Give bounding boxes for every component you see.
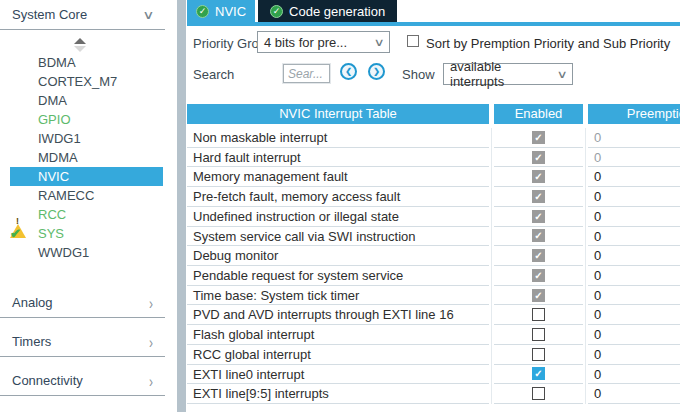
sidebar-item-iwdg1[interactable]: IWDG1 (0, 129, 177, 148)
chevron-down-icon: ∨ (373, 36, 384, 49)
enabled-checkbox[interactable] (532, 249, 545, 262)
enabled-checkbox[interactable] (532, 387, 545, 400)
sidebar-category-connectivity[interactable]: Connectivity › (0, 357, 165, 396)
preemption-priority-value[interactable]: 0 (588, 384, 680, 404)
enabled-checkbox[interactable] (532, 151, 545, 164)
category-label: Timers (12, 334, 51, 349)
nvic-interrupt-table: NVIC Interrupt Table Enabled Preemption … (187, 104, 680, 124)
table-row: Non maskable interrupt 0 (187, 128, 680, 148)
interrupt-name: Non maskable interrupt (187, 128, 489, 148)
enabled-checkbox[interactable] (532, 229, 545, 242)
preemption-priority-value[interactable]: 0 (588, 266, 680, 286)
mode-tabbar: ✓ NVIC ✓ Code generation (187, 0, 680, 22)
table-row: EXTI line[9:5] interrupts 0 (187, 384, 680, 404)
category-label: Analog (12, 295, 52, 310)
check-icon: ✔ (10, 226, 28, 241)
table-row: Pendable request for system service 0 (187, 266, 680, 286)
triangle-up-icon (74, 38, 86, 44)
enabled-checkbox[interactable] (532, 131, 545, 144)
tab-underline (187, 22, 680, 26)
sidebar-item-label: NVIC (38, 169, 69, 184)
search-input[interactable] (283, 64, 330, 83)
enabled-checkbox[interactable] (532, 170, 545, 183)
interrupt-name: EXTI line0 interrupt (187, 365, 489, 385)
enabled-checkbox[interactable] (532, 308, 545, 321)
sidebar-item-cortex-m7[interactable]: CORTEX_M7 (0, 72, 177, 91)
table-body: Non maskable interrupt 0 Hard fault inte… (187, 128, 680, 404)
peripheral-sidebar: System Core ∨ BDMA CORTEX_M7 DMA GPIO IW… (0, 0, 177, 412)
tab-nvic[interactable]: ✓ NVIC (187, 0, 255, 22)
chevron-left-icon: ❮ (345, 67, 352, 76)
sidebar-item-nvic[interactable]: NVIC (10, 167, 163, 186)
priority-group-select[interactable]: 4 bits for pre... ∨ (257, 31, 390, 53)
warning-icon (10, 207, 28, 222)
preemption-priority-value[interactable]: 0 (588, 286, 680, 306)
sidebar-category-system-core[interactable]: System Core ∨ (0, 0, 165, 30)
sidebar-item-label: SYS (38, 226, 64, 241)
sidebar-item-label: RCC (38, 207, 66, 222)
nvic-config-panel: ✓ NVIC ✓ Code generation Priority Group … (187, 0, 680, 412)
sidebar-item-sys[interactable]: ✔ SYS (0, 224, 177, 243)
preemption-priority-value[interactable]: 0 (588, 246, 680, 266)
enabled-checkbox[interactable] (532, 328, 545, 341)
sidebar-item-label: DMA (38, 93, 67, 108)
tab-check-icon: ✓ (196, 5, 209, 18)
table-row: EXTI line0 interrupt 0 (187, 365, 680, 385)
preemption-priority-value[interactable]: 0 (588, 305, 680, 325)
sidebar-item-dma[interactable]: DMA (0, 91, 177, 110)
sidebar-item-rcc[interactable]: RCC (0, 205, 177, 224)
preemption-priority-value[interactable]: 0 (588, 148, 680, 168)
preemption-priority-value[interactable]: 0 (588, 345, 680, 365)
tab-code-generation[interactable]: ✓ Code generation (258, 0, 397, 22)
sidebar-item-ramecc[interactable]: RAMECC (0, 186, 177, 205)
list-scroll-spinner[interactable] (74, 38, 88, 52)
sort-priority-checkbox[interactable] (407, 35, 419, 47)
chevron-down-icon: ∨ (556, 68, 567, 81)
sidebar-category-analog[interactable]: Analog › (0, 279, 165, 318)
preemption-priority-value[interactable]: 0 (588, 365, 680, 385)
preemption-priority-value[interactable]: 0 (588, 325, 680, 345)
peripheral-list: BDMA CORTEX_M7 DMA GPIO IWDG1 MDMA NVIC … (0, 53, 177, 262)
sidebar-item-bdma[interactable]: BDMA (0, 53, 177, 72)
interrupt-name: Pre-fetch fault, memory access fault (187, 187, 489, 207)
preemption-priority-value[interactable]: 0 (588, 207, 680, 227)
tab-label: NVIC (215, 4, 246, 19)
enabled-checkbox[interactable] (532, 210, 545, 223)
sidebar-item-gpio[interactable]: GPIO (0, 110, 177, 129)
show-filter-select[interactable]: available interrupts ∨ (443, 63, 573, 85)
sidebar-item-label: MDMA (38, 150, 78, 165)
interrupt-name: RCC global interrupt (187, 345, 489, 365)
preemption-priority-value[interactable]: 0 (588, 128, 680, 148)
sidebar-category-timers[interactable]: Timers › (0, 318, 165, 357)
enabled-checkbox[interactable] (532, 190, 545, 203)
sidebar-item-wwdg1[interactable]: WWDG1 (0, 243, 177, 262)
chevron-right-icon: ❯ (373, 67, 380, 76)
sidebar-item-label: IWDG1 (38, 131, 81, 146)
interrupt-name: Pendable request for system service (187, 266, 489, 286)
table-row: Flash global interrupt 0 (187, 325, 680, 345)
sidebar-item-mdma[interactable]: MDMA (0, 148, 177, 167)
priority-group-value: 4 bits for pre... (264, 35, 347, 50)
category-label: Connectivity (12, 373, 83, 388)
preemption-priority-value[interactable]: 0 (588, 227, 680, 247)
search-prev-button[interactable]: ❮ (340, 63, 357, 80)
enabled-checkbox[interactable] (532, 289, 545, 302)
show-label: Show (402, 67, 435, 82)
preemption-priority-value[interactable]: 0 (588, 167, 680, 187)
interrupt-name: Memory management fault (187, 167, 489, 187)
enabled-checkbox[interactable] (532, 269, 545, 282)
table-row: Debug monitor 0 (187, 246, 680, 266)
interrupt-name: System service call via SWI instruction (187, 227, 489, 247)
interrupt-name: Undefined instruction or illegal state (187, 207, 489, 227)
search-next-button[interactable]: ❯ (368, 63, 385, 80)
header-interrupt-table[interactable]: NVIC Interrupt Table (187, 104, 489, 124)
chevron-right-icon: › (149, 293, 153, 313)
header-enabled[interactable]: Enabled (494, 104, 583, 124)
header-preemption-priority[interactable]: Preemption Priority (588, 104, 680, 124)
enabled-checkbox[interactable] (532, 367, 545, 380)
preemption-priority-value[interactable]: 0 (588, 187, 680, 207)
table-row: PVD and AVD interrupts through EXTI line… (187, 305, 680, 325)
enabled-checkbox[interactable] (532, 348, 545, 361)
interrupt-name: Debug monitor (187, 246, 489, 266)
sidebar-scrollbar[interactable] (177, 0, 186, 412)
